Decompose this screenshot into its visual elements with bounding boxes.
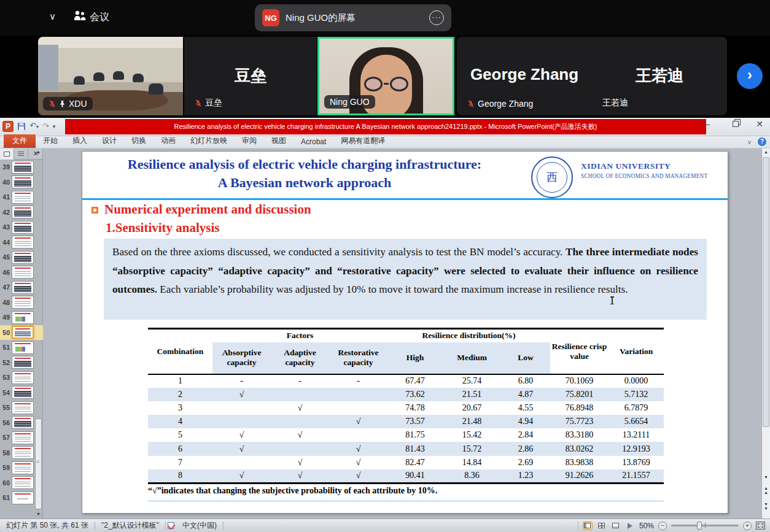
slide-thumbnail-50[interactable]: 50 <box>0 325 43 340</box>
slide-thumbnail-39[interactable]: 39 <box>0 160 43 174</box>
table-cell <box>329 401 387 415</box>
tile-display-name: George Zhang <box>457 65 592 84</box>
vertical-scrollbar[interactable]: ▲ ▼ ▲▲ ▼▼ <box>761 148 770 519</box>
zoom-slider[interactable] <box>671 525 739 526</box>
slide-thumbnail-43[interactable]: 43 <box>0 220 43 234</box>
redo-icon[interactable]: ↷ <box>42 121 49 132</box>
thumbnail-preview <box>12 401 34 414</box>
scroll-up-icon[interactable]: ▲ <box>762 150 770 154</box>
sidebar-scroll-up-icon[interactable]: ▲ <box>36 150 41 154</box>
text-cursor-i-beam <box>612 296 613 304</box>
save-icon[interactable] <box>17 122 26 131</box>
language-indicator[interactable]: 中文(中国) <box>176 520 223 531</box>
zoom-percentage[interactable]: 50% <box>639 522 654 530</box>
slide-thumbnail-47[interactable]: 47 <box>0 280 43 295</box>
scroll-down-icon[interactable]: ▼ <box>762 475 770 479</box>
help-icon[interactable]: ? <box>758 137 766 146</box>
slide-sorter-view-button[interactable] <box>597 522 607 530</box>
video-tile-ning-guo[interactable]: Ning GUO <box>317 37 454 115</box>
slide-50[interactable]: Resilience analysis of electric vehicle … <box>82 151 728 514</box>
scrollbar-thumb[interactable] <box>763 157 769 427</box>
sidebar-scroll-down-icon[interactable]: ▼ <box>36 512 41 516</box>
spellcheck-icon[interactable] <box>167 522 175 530</box>
ribbon-tab-8[interactable]: 视图 <box>264 134 294 148</box>
customize-qat-icon[interactable]: ▾ <box>53 121 56 132</box>
slide-thumbnail-45[interactable]: 45 <box>0 250 43 264</box>
video-tile-doulei[interactable]: 豆垒 豆垒 <box>184 37 317 115</box>
slide-thumbnail-51[interactable]: 51 <box>0 340 43 355</box>
slide-thumbnail-49[interactable]: 49 <box>0 310 43 325</box>
ribbon-tab-6[interactable]: 幻灯片放映 <box>183 134 235 148</box>
tab-outline[interactable] <box>14 148 28 160</box>
slide-thumbnail-42[interactable]: 42 <box>0 205 43 220</box>
pin-icon <box>59 100 66 107</box>
slide-thumbnail-52[interactable]: 52 <box>0 355 43 370</box>
undo-icon[interactable]: ↶▾ <box>29 120 39 133</box>
video-tile-xdu[interactable]: XDU <box>38 37 183 115</box>
slide-thumbnail-41[interactable]: 41 <box>0 190 43 204</box>
previous-slide-button[interactable]: ▲▲ <box>762 486 770 495</box>
ribbon-tab-3[interactable]: 设计 <box>95 134 124 148</box>
thumbnail-preview <box>12 191 34 204</box>
slide-number: 58 <box>0 449 12 457</box>
next-participants-button[interactable]: › <box>737 63 763 89</box>
powerpoint-app-icon[interactable]: P <box>2 121 14 132</box>
table-cell: - <box>271 374 329 388</box>
ribbon-tab-file[interactable]: 文件 <box>4 134 36 148</box>
slide-thumbnail-53[interactable]: 53 <box>0 370 43 385</box>
video-tile-george-zhang[interactable]: George Zhang George Zhang <box>457 37 592 115</box>
ribbon-tab-4[interactable]: 切换 <box>124 134 154 148</box>
ribbon-tab-1[interactable]: 开始 <box>36 134 65 148</box>
table-cell: 2.84 <box>501 428 550 442</box>
zoom-out-icon[interactable]: − <box>658 522 667 530</box>
slide-thumbnail-48[interactable]: 48 <box>0 295 43 310</box>
table-cell: √ <box>212 388 271 401</box>
table-cell: 83.3180 <box>550 428 609 442</box>
table-cell <box>212 415 271 428</box>
window-titlebar[interactable]: P ↶▾ ↷ ▾ Resilience analysis of electric… <box>0 118 770 136</box>
ribbon-tab-2[interactable]: 插入 <box>65 134 95 148</box>
col-header: Combination <box>148 329 212 374</box>
table-cell: √ <box>271 428 329 442</box>
shared-screen-pill[interactable]: NG Ning GUO的屏幕 ··· <box>255 4 451 31</box>
thumbnail-preview <box>12 251 34 264</box>
ribbon-tab-10[interactable]: 网易有道翻译 <box>333 134 392 148</box>
thumbnail-preview <box>12 492 34 504</box>
reading-view-button[interactable] <box>611 522 621 530</box>
minimize-button[interactable]: — <box>700 119 711 129</box>
next-slide-button[interactable]: ▼▼ <box>762 502 770 511</box>
table-cell: √ <box>212 428 271 442</box>
sidebar-scrollbar-thumb[interactable] <box>35 418 42 509</box>
slides-sidebar: ✕ 39404142434445464748495051525354555657… <box>0 148 43 519</box>
more-options-icon[interactable]: ··· <box>429 10 444 25</box>
section-heading: Numerical experiment and discussion <box>104 202 311 217</box>
room-window <box>38 45 58 90</box>
collapse-ribbon-icon[interactable]: ∨ <box>747 139 752 145</box>
slideshow-view-button[interactable] <box>625 522 635 530</box>
statusbar: 幻灯片 第 50 张, 共 61 张 "2_默认设计模板" 中文(中国) 50%… <box>0 519 770 532</box>
slide-thumbnail-55[interactable]: 55 <box>0 400 43 415</box>
ribbon-tab-5[interactable]: 动画 <box>154 134 183 148</box>
ribbon-tab-7[interactable]: 审阅 <box>235 134 264 148</box>
video-tile-wang-ruodi[interactable]: 王若迪 王若迪 <box>592 37 727 115</box>
close-button[interactable]: ✕ <box>754 119 765 129</box>
zoom-slider-thumb[interactable] <box>697 522 702 530</box>
slide-thumbnail-54[interactable]: 54 <box>0 385 43 400</box>
table-cell: √ <box>212 469 271 483</box>
zoom-in-icon[interactable]: + <box>743 522 752 530</box>
paragraph-text[interactable]: Based on the three axioms discussed, we … <box>104 239 707 320</box>
participants-icon[interactable] <box>72 9 87 23</box>
chevron-down-icon[interactable]: ∨ <box>49 11 56 22</box>
table-row-4: 4√73.5721.484.9475.77235.6654 <box>148 415 664 428</box>
slide-thumbnail-40[interactable]: 40 <box>0 175 43 190</box>
slide-thumbnail-44[interactable]: 44 <box>0 235 43 250</box>
thumbnail-preview <box>12 236 34 249</box>
person-silhouette <box>149 83 163 94</box>
ribbon-tab-9[interactable]: Acrobat <box>294 136 333 148</box>
fit-to-window-icon[interactable] <box>756 522 765 530</box>
ribbon-tabs: 文件开始插入设计切换动画幻灯片放映审阅视图Acrobat网易有道翻译 <box>0 136 770 148</box>
tab-slides[interactable] <box>0 148 14 160</box>
normal-view-button[interactable] <box>583 522 593 530</box>
restore-button[interactable] <box>727 119 738 129</box>
slide-thumbnail-46[interactable]: 46 <box>0 265 43 280</box>
